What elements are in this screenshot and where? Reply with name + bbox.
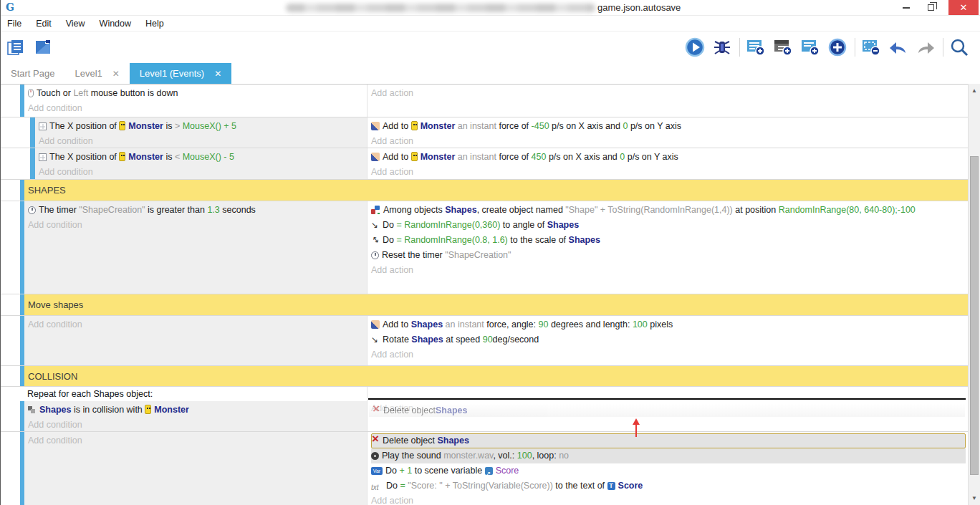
condition-row[interactable]: The X position of Monster is > MouseX() … <box>39 119 364 134</box>
add-new-event-icon[interactable] <box>827 37 848 58</box>
menu-file[interactable]: File <box>7 19 21 29</box>
add-condition-button[interactable]: Add condition <box>39 134 364 148</box>
action-row[interactable]: Among objects Shapes, create object name… <box>371 203 966 218</box>
text-segment: is greater than <box>145 205 208 215</box>
redo-icon[interactable] <box>915 37 936 58</box>
text-segment: The X position of <box>49 152 119 162</box>
scroll-down-icon[interactable]: ▼ <box>969 495 980 501</box>
tab-level1-events[interactable]: Level1 (Events) ✕ <box>130 63 231 84</box>
preview-icon[interactable] <box>684 37 706 58</box>
add-event-icon[interactable] <box>745 37 767 58</box>
menu-window[interactable]: Window <box>100 19 131 29</box>
text-segment: Add action <box>371 265 413 275</box>
foreach-header: Repeat for each Shapes object: <box>1 387 367 401</box>
text-segment: Add condition <box>39 136 93 146</box>
force-icon <box>371 153 380 161</box>
action-row[interactable]: Do = RandomInRange(0.8, 1.6) to the scal… <box>371 233 966 248</box>
add-action-button[interactable]: Add action <box>371 86 966 101</box>
action-row[interactable]: Play the sound monster.wav, vol.: 100, l… <box>371 448 966 463</box>
comment-cell: Move shapes <box>24 294 969 315</box>
add-condition-button[interactable]: Add condition <box>28 418 364 433</box>
event-block[interactable]: Add conditionDelete object ShapesPlay th… <box>1 431 969 505</box>
scene-editor-icon[interactable] <box>32 37 54 58</box>
event-block[interactable]: The timer "ShapeCreation" is greater tha… <box>1 201 969 294</box>
tab-start-page[interactable]: Start Page <box>1 63 64 84</box>
add-action-button[interactable]: Add action <box>371 347 966 362</box>
condition-row[interactable]: The X position of Monster is < MouseX() … <box>39 150 364 165</box>
close-tab-icon[interactable]: ✕ <box>214 69 221 79</box>
restore-button[interactable] <box>920 0 941 15</box>
text-segment: Reset the timer <box>382 250 445 260</box>
condition-row[interactable]: The timer "ShapeCreation" is greater tha… <box>28 203 364 218</box>
event-gutter <box>1 148 30 179</box>
tab-level1[interactable]: Level1 ✕ <box>64 63 129 84</box>
foreach-body: Shapes is in collision with MonsterAdd c… <box>1 401 367 433</box>
text-segment: p/s on X axis and <box>546 152 620 162</box>
action-row[interactable]: Add to Monster an instant force of 450 p… <box>371 150 966 165</box>
action-row[interactable]: Reset the timer "ShapeCreation" <box>371 248 966 263</box>
project-manager-icon[interactable] <box>5 37 27 58</box>
search-icon[interactable] <box>948 37 970 58</box>
add-condition-button[interactable]: Add condition <box>28 218 364 233</box>
text-segment: an instant <box>455 121 499 131</box>
event-block[interactable]: Touch or Left mouse button is downAdd co… <box>1 85 969 117</box>
toolbar <box>1 32 980 62</box>
action-row[interactable]: Do = RandomInRange(0,360) to angle of Sh… <box>371 218 966 233</box>
add-condition-button[interactable]: Add condition <box>28 317 364 332</box>
text-segment: "ShapeCreation" <box>79 205 145 215</box>
add-comment-icon[interactable] <box>799 37 821 58</box>
minimize-button[interactable] <box>895 0 917 15</box>
action-row[interactable]: Delete object Shapes <box>371 433 966 448</box>
action-row[interactable]: Do + 1 to scene variable Score <box>371 463 966 478</box>
comment-label: Move shapes <box>28 299 83 310</box>
scrollbar-thumb[interactable] <box>970 156 979 475</box>
text-segment: Add condition <box>28 319 82 330</box>
add-action-button[interactable]: Add action <box>371 165 966 179</box>
add-condition-button[interactable]: Add condition <box>39 165 364 179</box>
scenevar-icon <box>485 467 493 475</box>
action-row[interactable]: Rotate Shapes at speed 90deg/second <box>371 332 966 347</box>
add-action-button[interactable]: Add action <box>371 494 966 505</box>
text-segment: Add condition <box>28 103 82 113</box>
comment-event[interactable]: Move shapes <box>1 294 969 315</box>
add-condition-button[interactable]: Add condition <box>28 101 364 116</box>
menu-edit[interactable]: Edit <box>36 19 52 29</box>
event-block[interactable]: Add conditionAdd to Shapes an instant fo… <box>1 315 969 365</box>
text-segment: "Score: " + ToString(Variable(Score)) <box>408 481 553 491</box>
text-segment: Add action <box>371 167 413 177</box>
scroll-up-icon[interactable]: ▲ <box>969 87 980 94</box>
collision-icon <box>28 406 37 414</box>
comment-event[interactable]: COLLISION <box>1 365 969 386</box>
text-segment: 90 <box>539 319 549 330</box>
event-block[interactable]: The X position of Monster is > MouseX() … <box>1 117 969 148</box>
undo-icon[interactable] <box>888 37 909 58</box>
menu-help[interactable]: Help <box>145 19 164 29</box>
txt-icon <box>371 482 383 490</box>
add-subevent-icon[interactable] <box>772 37 794 58</box>
text-segment: Add action <box>371 496 413 505</box>
comment-event[interactable]: SHAPES <box>1 179 969 201</box>
tab-label: Start Page <box>11 68 54 79</box>
condition-row[interactable]: Shapes is in collision with Monster <box>28 403 364 418</box>
add-action-button[interactable]: Add action <box>371 134 966 148</box>
text-segment: mouse button is down <box>88 88 178 98</box>
debugger-icon[interactable] <box>711 37 733 58</box>
menu-view[interactable]: View <box>66 19 85 29</box>
text-segment: Shapes <box>411 319 443 330</box>
close-tab-icon[interactable]: ✕ <box>112 69 120 79</box>
event-block[interactable]: The X position of Monster is < MouseX() … <box>1 148 969 179</box>
text-segment: Shapes <box>39 405 71 415</box>
close-button[interactable]: ✕ <box>948 0 979 15</box>
condition-row[interactable]: Touch or Left mouse button is down <box>28 86 364 101</box>
add-condition-button[interactable]: Add condition <box>28 433 364 448</box>
text-segment: Touch or <box>37 88 73 98</box>
action-row[interactable]: Do = "Score: " + ToString(Variable(Score… <box>371 478 966 494</box>
remove-event-icon[interactable] <box>860 37 882 58</box>
title-bar: G game.json.autosave ✕ <box>1 0 980 16</box>
action-row[interactable]: Add to Monster an instant force of -450 … <box>371 119 966 134</box>
vertical-scrollbar[interactable]: ▲ ▼ <box>968 84 980 505</box>
action-row[interactable]: Add to Shapes an instant force, angle: 9… <box>371 317 966 332</box>
add-action-button[interactable]: Add action <box>371 263 966 278</box>
text-segment: Monster <box>154 405 189 415</box>
comment-label: COLLISION <box>28 371 77 382</box>
